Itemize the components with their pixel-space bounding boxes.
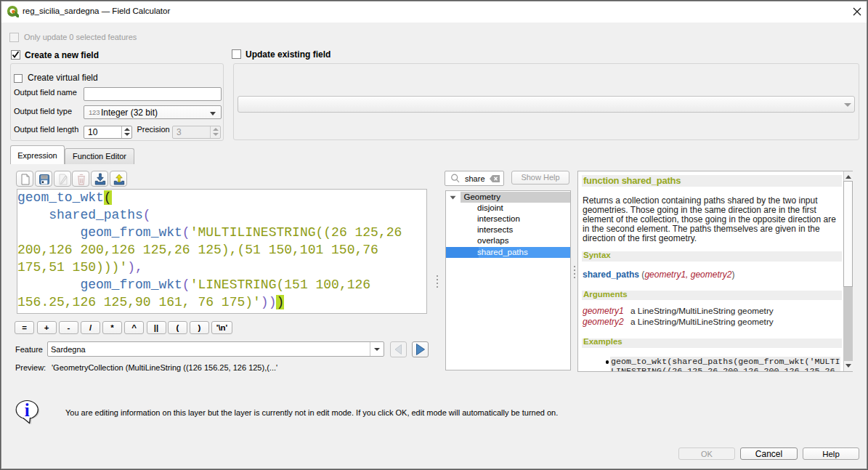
svg-text:i: i [25,400,30,420]
